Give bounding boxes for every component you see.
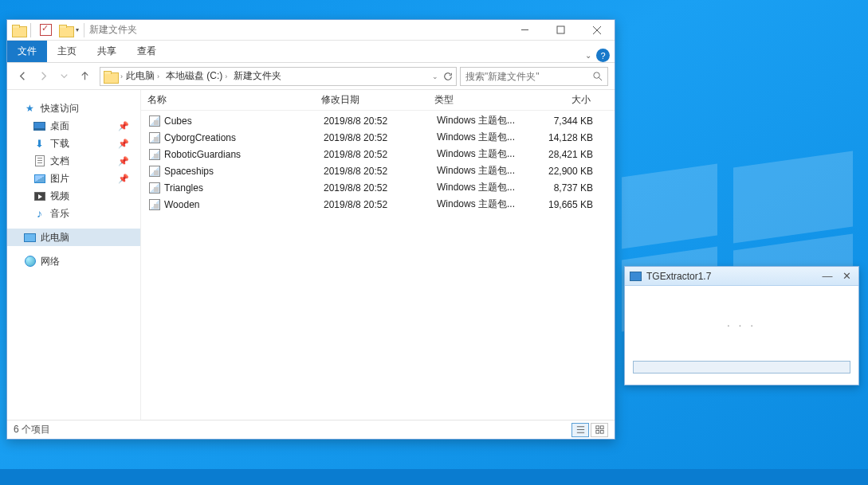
file-name: RoboticGuardians [164,149,324,160]
file-type: Windows 主题包... [437,181,529,194]
qat-properties-button[interactable] [37,22,54,39]
tab-share[interactable]: 共享 [87,41,127,62]
breadcrumb-segment[interactable]: 此电脑› [123,69,163,83]
sidebar-item-pictures[interactable]: 图片 📌 [7,170,140,187]
file-size: 7,344 KB [529,115,601,127]
tab-view[interactable]: 查看 [127,41,167,62]
file-list: Cubes2019/8/8 20:52Windows 主题包...7,344 K… [141,111,615,214]
file-type: Windows 主题包... [437,198,529,211]
file-row[interactable]: Wooden2019/8/8 20:52Windows 主题包...19,665… [141,196,615,213]
help-icon[interactable]: ? [596,49,610,62]
file-date: 2019/8/8 20:52 [324,115,437,127]
document-icon [33,154,46,167]
file-size: 22,900 KB [529,166,601,177]
column-name[interactable]: 名称 [147,93,321,107]
minimize-button[interactable] [507,20,543,41]
progress-area [625,361,858,380]
qat-dropdown-caret[interactable]: ▾ [76,26,79,33]
file-explorer-window: ▾ 新建文件夹 文件 主页 共享 查看 ⌄ ? [6,19,615,440]
small-minimize-button[interactable]: — [820,270,835,282]
themefile-icon [147,148,161,161]
svg-rect-3 [600,426,603,429]
file-date: 2019/8/8 20:52 [324,182,437,194]
address-bar[interactable]: › 此电脑› 本地磁盘 (C:)› 新建文件夹 ⌄ [100,67,457,86]
svg-rect-2 [595,426,599,429]
pin-icon: 📌 [118,156,129,166]
file-size: 8,737 KB [529,182,601,194]
file-type: Windows 主题包... [437,131,529,144]
download-icon: ⬇ [33,137,46,150]
progress-bar [633,361,850,374]
tgextractor-window: TGExtractor1.7 — ✕ . . . [624,266,859,385]
file-row[interactable]: RoboticGuardians2019/8/8 20:52Windows 主题… [141,146,615,162]
sidebar-thispc[interactable]: 此电脑 [7,229,140,246]
sidebar-network[interactable]: 网络 [7,252,140,270]
sidebar-item-desktop[interactable]: 桌面 📌 [7,117,140,135]
sidebar-label: 图片 [50,172,69,186]
tab-home[interactable]: 主页 [47,41,87,62]
taskbar[interactable] [0,469,868,485]
breadcrumb-segment[interactable]: 本地磁盘 (C:)› [163,69,230,83]
music-icon: ♪ [33,207,46,220]
file-row[interactable]: Spaceships2019/8/8 20:52Windows 主题包...22… [141,162,615,179]
navigation-bar: › 此电脑› 本地磁盘 (C:)› 新建文件夹 ⌄ [7,63,615,90]
sidebar-label: 快速访问 [41,102,79,115]
sidebar-quickaccess[interactable]: ★ 快速访问 [7,100,140,117]
desktop-icon [33,119,46,132]
video-icon [33,190,46,202]
titlebar[interactable]: ▾ 新建文件夹 [7,20,615,41]
sidebar-item-videos[interactable]: 视频 [7,187,140,205]
refresh-icon[interactable] [443,72,453,81]
file-type: Windows 主题包... [437,164,529,178]
nav-up-button[interactable] [76,68,93,85]
column-date[interactable]: 修改日期 [321,93,434,107]
sidebar-item-downloads[interactable]: ⬇ 下载 📌 [7,135,140,152]
picture-icon [33,172,46,185]
sidebar-label: 桌面 [50,119,69,133]
qat-newfolder-button[interactable] [57,22,74,39]
view-icons-button[interactable] [591,423,608,437]
file-name: Spaceships [164,166,324,177]
network-icon [23,255,37,268]
file-name: Cubes [164,115,324,127]
search-icon[interactable] [592,71,603,81]
file-type: Windows 主题包... [437,114,529,127]
file-size: 19,665 KB [529,199,601,210]
sidebar-label: 网络 [41,255,60,268]
ribbon-expand-icon[interactable]: ⌄ [585,51,591,60]
tab-file[interactable]: 文件 [7,41,47,62]
nav-back-button[interactable] [14,68,31,85]
sidebar-item-documents[interactable]: 文档 📌 [7,152,140,170]
column-size[interactable]: 大小 [527,93,599,107]
close-button[interactable] [579,20,615,41]
pc-icon [23,231,37,244]
file-date: 2019/8/8 20:52 [324,149,437,160]
nav-recent-dropdown[interactable] [55,68,73,85]
breadcrumb-segment[interactable]: 新建文件夹 [230,69,285,83]
small-titlebar[interactable]: TGExtractor1.7 — ✕ [625,267,858,286]
view-details-button[interactable] [571,423,589,437]
search-input[interactable] [465,71,592,82]
file-type: Windows 主题包... [437,147,529,161]
search-box[interactable] [460,67,608,86]
folder-icon [10,22,27,39]
pin-icon: 📌 [118,174,129,184]
file-row[interactable]: Triangles2019/8/8 20:52Windows 主题包...8,7… [141,179,615,196]
star-icon: ★ [23,102,37,115]
small-window-title: TGExtractor1.7 [646,271,711,282]
ribbon-tabs: 文件 主页 共享 查看 ⌄ ? [7,41,615,63]
file-size: 14,128 KB [529,132,601,143]
sidebar-item-music[interactable]: ♪ 音乐 [7,205,140,222]
sidebar-label: 此电脑 [41,231,69,244]
sidebar-label: 下载 [50,137,69,151]
app-icon [630,272,642,281]
small-close-button[interactable]: ✕ [839,270,854,282]
file-row[interactable]: Cubes2019/8/8 20:52Windows 主题包...7,344 K… [141,112,615,129]
nav-forward-button[interactable] [34,68,52,85]
pin-icon: 📌 [118,139,129,149]
maximize-button[interactable] [543,20,579,41]
file-row[interactable]: CyborgCreations2019/8/8 20:52Windows 主题包… [141,129,615,146]
themefile-icon [147,115,161,127]
address-dropdown-icon[interactable]: ⌄ [432,72,438,80]
column-type[interactable]: 类型 [434,93,527,107]
